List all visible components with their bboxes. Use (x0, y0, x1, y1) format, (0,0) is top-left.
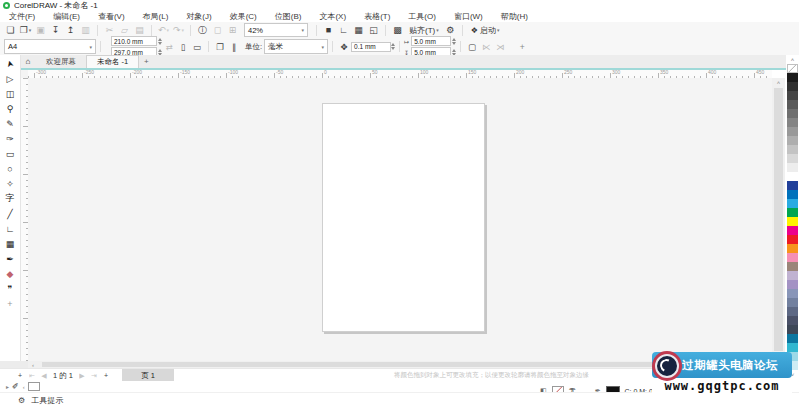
crop-tool[interactable]: ◫ (1, 86, 20, 101)
duplicate-x-stepper[interactable] (452, 38, 456, 45)
color-swatch-26[interactable] (787, 298, 798, 307)
new-document-icon[interactable]: ❏ (3, 23, 18, 37)
artistic-media-tool[interactable]: ✑ (1, 131, 20, 146)
menu-item-help[interactable]: 帮助(H) (492, 11, 537, 22)
freehand-tool[interactable]: ✎ (1, 116, 20, 131)
page-width-field[interactable]: 210.0 mm (111, 36, 157, 46)
interactive-fill-tool[interactable]: ◆ (1, 266, 20, 281)
all-pages-button[interactable]: ❐ (213, 40, 227, 53)
ellipse-tool[interactable]: ○ (1, 161, 20, 176)
vertical-scrollbar-thumb[interactable] (774, 88, 783, 351)
menu-item-window[interactable]: 窗口(W) (445, 11, 492, 22)
color-swatch-2[interactable] (787, 82, 798, 91)
document-page[interactable] (322, 103, 485, 332)
current-page-button[interactable]: ∥ (227, 40, 241, 53)
text-tool[interactable]: 字 (1, 191, 20, 206)
options-icon[interactable]: ⚙ (443, 23, 458, 37)
nudge-stepper[interactable] (391, 43, 395, 50)
drop-shadow-tool[interactable]: ❞ (1, 281, 20, 296)
color-swatch-10[interactable] (787, 154, 798, 163)
portrait-button[interactable]: ▯ (176, 40, 190, 53)
color-swatch-24[interactable] (787, 280, 798, 289)
new-document-tab-button[interactable]: + (139, 57, 153, 66)
color-swatch-4[interactable] (787, 100, 798, 109)
landscape-button[interactable]: ▭ (190, 40, 204, 53)
color-swatch-18[interactable] (787, 226, 798, 235)
color-swatch-17[interactable] (787, 217, 798, 226)
color-swatch-19[interactable] (787, 235, 798, 244)
fullscreen-preview-icon[interactable]: ■ (321, 23, 336, 37)
color-swatch-22[interactable] (787, 262, 798, 271)
scroll-left-icon[interactable]: ‹ (28, 361, 38, 368)
eyedropper-tool[interactable]: ✒ (1, 251, 20, 266)
color-swatch-9[interactable] (787, 145, 798, 154)
zoom-level-select[interactable]: 42%▾ (244, 23, 308, 37)
color-swatch-20[interactable] (787, 244, 798, 253)
zoom-tool[interactable]: ⚲ (1, 101, 20, 116)
color-swatch-5[interactable] (787, 109, 798, 118)
horizontal-scrollbar-thumb[interactable] (42, 362, 652, 367)
menu-item-view[interactable]: 查看(V) (89, 11, 134, 22)
connector-tool[interactable]: ∟ (1, 221, 20, 236)
units-select[interactable]: 毫米 ▾ (264, 39, 328, 54)
color-swatch-16[interactable] (787, 208, 798, 217)
dimension-tool[interactable]: ╱ (1, 206, 20, 221)
palette-scroll-up-icon[interactable]: ˄ (791, 55, 795, 64)
menu-item-table[interactable]: 表格(T) (355, 11, 399, 22)
color-swatch-8[interactable] (787, 136, 798, 145)
menu-item-tools[interactable]: 工具(O) (399, 11, 445, 22)
menu-item-effects[interactable]: 效果(C) (221, 11, 266, 22)
color-swatch-27[interactable] (787, 307, 798, 316)
shape-tool[interactable]: ▷ (1, 71, 20, 86)
show-rulers-icon[interactable]: ∟ (336, 23, 351, 37)
scroll-up-icon[interactable]: ˄ (777, 78, 781, 87)
flyout-icon[interactable]: ▸ (6, 383, 9, 390)
eyedropper-icon[interactable]: ✐ (12, 382, 19, 391)
show-guidelines-icon[interactable]: ◱ (366, 23, 381, 37)
duplicate-x-field[interactable]: 5.0 mm (411, 36, 451, 46)
rectangle-tool[interactable]: ▭ (1, 146, 20, 161)
collapse-icon[interactable]: ‹ (23, 384, 25, 390)
mesh-fill-tool[interactable]: ▦ (1, 236, 20, 251)
snap-button[interactable]: 贴齐(T)▾ (405, 25, 443, 36)
add-page-button-2[interactable]: + (100, 370, 112, 382)
color-swatch-23[interactable] (787, 271, 798, 280)
color-swatch-25[interactable] (787, 289, 798, 298)
tab-welcome-screen[interactable]: 欢迎屏幕 (36, 56, 86, 68)
show-grid-icon[interactable]: ▦ (351, 23, 366, 37)
no-color-swatch[interactable] (787, 64, 798, 73)
color-swatch-28[interactable] (787, 316, 798, 325)
color-swatch-1[interactable] (787, 73, 798, 82)
color-swatch-12[interactable] (787, 172, 798, 181)
nudge-distance-field[interactable]: 0.1 mm (351, 42, 391, 52)
snap-settings-icon[interactable]: ▩ (390, 23, 405, 37)
menu-item-text[interactable]: 文本(X) (310, 11, 355, 22)
color-swatch-29[interactable] (787, 325, 798, 334)
add-tool-button[interactable]: + (1, 296, 20, 311)
customize-toolbar-button[interactable]: + (515, 40, 529, 53)
color-swatch-13[interactable] (787, 181, 798, 190)
color-swatch-30[interactable] (787, 334, 798, 343)
tab-document-untitled[interactable]: 未命名 -1 (86, 55, 139, 68)
launch-button[interactable]: ❖启动▾ (467, 25, 504, 36)
polygon-tool[interactable]: ✧ (1, 176, 20, 191)
menu-item-object[interactable]: 对象(J) (177, 11, 220, 22)
color-swatch-6[interactable] (787, 118, 798, 127)
menu-item-layout[interactable]: 布局(L) (134, 11, 178, 22)
add-page-button[interactable]: + (14, 370, 26, 382)
search-content-icon[interactable]: ⓘ (195, 23, 210, 37)
color-swatch-14[interactable] (787, 190, 798, 199)
menu-item-bitmaps[interactable]: 位图(B) (266, 11, 311, 22)
menu-item-file[interactable]: 文件(F) (0, 11, 44, 22)
color-swatch-21[interactable] (787, 253, 798, 262)
color-swatch-3[interactable] (787, 91, 798, 100)
treat-as-filled-button[interactable]: ▢ (465, 40, 479, 53)
open-icon[interactable]: ❐▾ (18, 23, 33, 37)
import-icon[interactable]: ↧ (48, 23, 63, 37)
gear-icon[interactable]: ⚙ (18, 396, 25, 405)
drawing-canvas[interactable] (28, 78, 772, 361)
vertical-scrollbar[interactable]: ˄ ˅ (772, 78, 785, 361)
color-swatch-31[interactable] (787, 343, 798, 352)
color-swatch-11[interactable] (787, 163, 798, 172)
color-swatch-15[interactable] (787, 199, 798, 208)
